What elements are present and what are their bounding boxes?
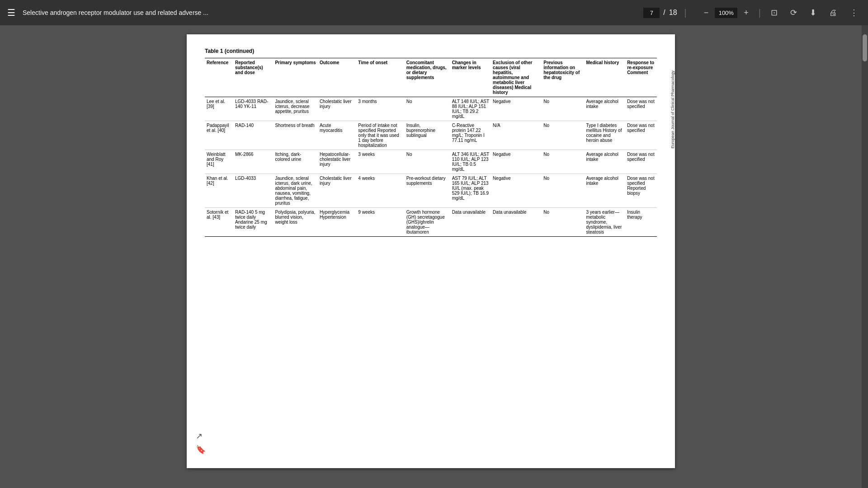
bookmark-icon[interactable]: 🔖	[196, 445, 206, 455]
pdf-page: European Journal of Clinical Pharmacolog…	[187, 34, 675, 468]
table-cell: No	[542, 97, 584, 121]
pdf-viewer[interactable]: European Journal of Clinical Pharmacolog…	[0, 25, 862, 488]
zoom-input[interactable]	[715, 8, 737, 18]
table-cell: Lee et al. [39]	[205, 97, 233, 121]
table-cell: Cholestatic liver injury	[318, 97, 356, 121]
col-header-previous: Previous information on hepatotoxicity o…	[542, 58, 584, 97]
table-cell: Average alcohol intake	[585, 97, 626, 121]
separator-1: |	[684, 8, 687, 18]
zoom-out-button[interactable]: −	[701, 6, 712, 19]
page-separator: /	[663, 9, 665, 17]
download-button[interactable]: ⬇	[807, 6, 819, 19]
table-cell: RAD-140	[233, 121, 273, 150]
table-cell: No	[405, 97, 450, 121]
table-cell: Pre-workout dietary supplements	[405, 174, 450, 208]
table-row: Padappayil et al. [40]RAD-140Shortness o…	[205, 121, 657, 150]
document-title: Selective androgen receptor modulator us…	[23, 9, 636, 16]
table-cell: 9 weeks	[356, 208, 404, 237]
table-cell: Dose was not specified	[625, 121, 657, 150]
side-journal-text: European Journal of Clinical Pharmacolog…	[670, 70, 676, 149]
table-cell: Cholestatic liver injury	[318, 174, 356, 208]
zoom-in-button[interactable]: +	[741, 6, 751, 19]
table-cell: Hyperglycemia Hypertension	[318, 208, 356, 237]
col-header-medical: Medical history	[585, 58, 626, 97]
table-cell: Dose was not specified Reported biopsy	[625, 174, 657, 208]
table-cell: N/A	[491, 121, 542, 150]
table-cell: Shortness of breath	[273, 121, 317, 150]
table-cell: Average alcohol intake	[585, 150, 626, 174]
col-header-onset: Time of onset	[356, 58, 404, 97]
table-cell: Itching, dark-colored urine	[273, 150, 317, 174]
table-cell: AST 79 IU/L; ALT 165 IU/L; ALP 213 IU/L …	[450, 174, 491, 208]
table-cell: Sotorník et al. [43]	[205, 208, 233, 237]
table-cell: Negative	[491, 97, 542, 121]
table-cell: Average alcohol intake	[585, 174, 626, 208]
share-icon[interactable]: ↗	[196, 431, 206, 441]
table-cell: Weinblatt and Roy [41]	[205, 150, 233, 174]
table-cell: Data unavailable	[450, 208, 491, 237]
main-area: European Journal of Clinical Pharmacolog…	[0, 25, 868, 488]
table-cell: No	[542, 121, 584, 150]
separator-2: |	[759, 8, 761, 18]
table-cell: Dose was not specified	[625, 97, 657, 121]
table-cell: LGD-4033 RAD-140 YK-11	[233, 97, 273, 121]
table-cell: Polydipsia, polyuria, blurred vision, we…	[273, 208, 317, 237]
table-cell: ALT 346 IU/L; AST 110 IU/L; ALP 123 IU/L…	[450, 150, 491, 174]
table-cell: Padappayil et al. [40]	[205, 121, 233, 150]
col-header-reference: Reference	[205, 58, 233, 97]
table-cell: Data unavailable	[491, 208, 542, 237]
table-cell: Insulin therapy	[625, 208, 657, 237]
table-cell: Jaundice, scleral icterus, decrease appe…	[273, 97, 317, 121]
table-cell: Acute myocarditis	[318, 121, 356, 150]
table-cell: Period of intake not specified Reported …	[356, 121, 404, 150]
table-cell: No	[542, 174, 584, 208]
toolbar-right: ⬇ 🖨 ⋮	[807, 6, 861, 19]
scrollbar-thumb[interactable]	[863, 34, 867, 61]
table-cell: No	[405, 150, 450, 174]
table-cell: Dose was not specified	[625, 150, 657, 174]
table-cell: Jaundice, scleral icterus, dark urine, a…	[273, 174, 317, 208]
table-cell: Type I diabetes mellitus History of coca…	[585, 121, 626, 150]
col-header-substance: Reported substance(s) and dose	[233, 58, 273, 97]
table-row: Khan et al. [42]LGD-4033Jaundice, sclera…	[205, 174, 657, 208]
table-cell: C-Reactive protein 147.22 mg/L; Troponin…	[450, 121, 491, 150]
bottom-icons: ↗ 🔖	[196, 431, 206, 455]
col-header-exclusion: Exclusion of other causes (viral hepatit…	[491, 58, 542, 97]
table-cell: ALT 148 IU/L; AST 88 IU/L; ALP 151 IU/L;…	[450, 97, 491, 121]
table-cell: Insulin, buprenorphine sublingual	[405, 121, 450, 150]
table-cell: 3 months	[356, 97, 404, 121]
scrollbar[interactable]	[862, 25, 868, 488]
table-row: Sotorník et al. [43]RAD-140 5 mg twice d…	[205, 208, 657, 237]
table-cell: No	[542, 208, 584, 237]
table-title: Table 1 (continued)	[205, 48, 657, 54]
toolbar: ☰ Selective androgen receptor modulator …	[0, 0, 868, 25]
page-number-input[interactable]	[643, 8, 660, 18]
zoom-controls: − +	[701, 6, 751, 19]
print-button[interactable]: 🖨	[826, 6, 840, 19]
table-cell: 3 years earlier—metabolic syndrome, dysl…	[585, 208, 626, 237]
rotate-button[interactable]: ⟳	[788, 6, 800, 19]
col-header-outcome: Outcome	[318, 58, 356, 97]
more-options-button[interactable]: ⋮	[847, 6, 861, 19]
table-cell: Growth hormone (GH) secretagogue (GHS)/g…	[405, 208, 450, 237]
table-row: Weinblatt and Roy [41]MK-2866Itching, da…	[205, 150, 657, 174]
col-header-concomitant: Concomitant medication, drugs, or dietar…	[405, 58, 450, 97]
table-cell: Hepatocellular-cholestatic liver injury	[318, 150, 356, 174]
col-header-symptoms: Primary symptoms	[273, 58, 317, 97]
main-table: Reference Reported substance(s) and dose…	[205, 58, 657, 237]
table-cell: Negative	[491, 150, 542, 174]
fit-page-button[interactable]: ⊡	[768, 6, 780, 19]
table-row: Lee et al. [39]LGD-4033 RAD-140 YK-11Jau…	[205, 97, 657, 121]
table-cell: Khan et al. [42]	[205, 174, 233, 208]
menu-icon[interactable]: ☰	[7, 7, 15, 18]
table-cell: RAD-140 5 mg twice daily Andarine 25 mg …	[233, 208, 273, 237]
page-total: 18	[669, 9, 677, 17]
col-header-markers: Changes in marker levels	[450, 58, 491, 97]
table-cell: MK-2866	[233, 150, 273, 174]
col-header-response: Response to re-exposure Comment	[625, 58, 657, 97]
table-cell: 3 weeks	[356, 150, 404, 174]
table-cell: 4 weeks	[356, 174, 404, 208]
table-cell: No	[542, 150, 584, 174]
table-cell: Negative	[491, 174, 542, 208]
page-controls: / 18	[643, 8, 677, 18]
